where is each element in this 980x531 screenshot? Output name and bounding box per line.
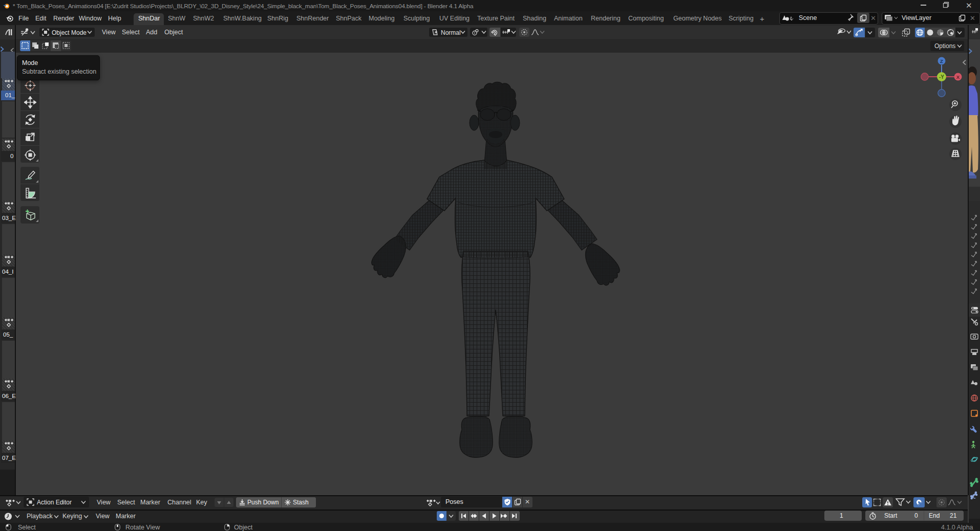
svg-text:X: X: [956, 74, 960, 80]
svg-text:-Y: -Y: [939, 74, 944, 80]
svg-text:Z: Z: [940, 58, 943, 64]
